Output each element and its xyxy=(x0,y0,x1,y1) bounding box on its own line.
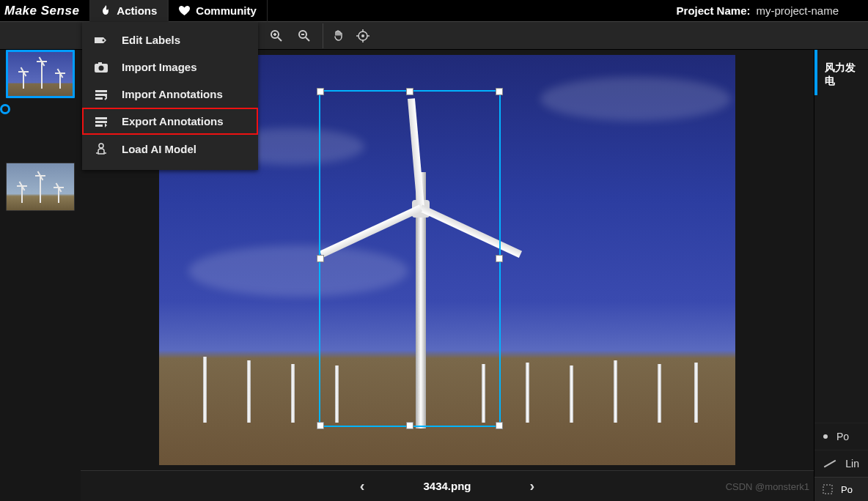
app-brand: Make Sense xyxy=(0,4,89,18)
tool-polygon-label: Po xyxy=(841,484,853,495)
top-bar: Make Sense Actions Community Project Nam… xyxy=(0,0,868,22)
label-item-text: 风力发电 xyxy=(825,62,861,88)
svg-rect-20 xyxy=(95,117,107,119)
camera-icon xyxy=(94,62,108,73)
project-name-value: my-project-name xyxy=(756,4,868,17)
menu-actions[interactable]: Actions xyxy=(89,0,168,22)
svg-rect-26 xyxy=(823,485,832,494)
thumbnail-column xyxy=(0,50,81,470)
point-icon xyxy=(823,434,828,439)
tool-line-label: Lin xyxy=(845,458,859,470)
current-filename: 3434.png xyxy=(423,480,471,492)
project-name-label: Project Name: xyxy=(677,4,757,17)
svg-rect-17 xyxy=(95,90,107,92)
tag-icon xyxy=(94,35,108,45)
tool-point-label: Po xyxy=(836,431,849,442)
menu-edit-labels[interactable]: Edit Labels xyxy=(82,26,258,53)
bbox-handle-mr[interactable] xyxy=(496,255,503,262)
zoom-out-icon[interactable] xyxy=(292,23,317,48)
scroll-indicator xyxy=(0,104,10,114)
import-icon xyxy=(94,89,108,100)
svg-rect-22 xyxy=(95,125,103,127)
bottom-bar: ‹ 3434.png › xyxy=(81,470,814,501)
svg-rect-16 xyxy=(98,62,102,64)
bbox-handle-bm[interactable] xyxy=(406,422,413,429)
menu-export-annotations-label: Export Annotations xyxy=(122,115,224,127)
fire-icon xyxy=(100,5,111,17)
svg-line-5 xyxy=(306,37,309,41)
tool-point[interactable]: Po xyxy=(814,423,868,450)
bbox-handle-br[interactable] xyxy=(496,422,503,429)
hand-icon[interactable] xyxy=(323,23,347,48)
bbox-handle-tl[interactable] xyxy=(317,88,324,95)
menu-edit-labels-label: Edit Labels xyxy=(122,34,180,46)
watermark: CSDN @monsterk1 xyxy=(726,481,809,492)
bbox-handle-tr[interactable] xyxy=(496,88,503,95)
bounding-box[interactable] xyxy=(319,90,501,427)
export-icon xyxy=(94,116,108,127)
svg-rect-19 xyxy=(95,97,103,100)
menu-load-ai-model[interactable]: Load AI Model xyxy=(82,135,258,163)
menu-import-images-label: Import Images xyxy=(122,61,197,73)
menu-export-annotations[interactable]: Export Annotations xyxy=(82,108,258,135)
menu-actions-label: Actions xyxy=(117,4,157,17)
menu-import-images[interactable]: Import Images xyxy=(82,53,258,81)
bbox-handle-bl[interactable] xyxy=(317,422,324,429)
prev-image-button[interactable]: ‹ xyxy=(360,478,365,494)
svg-point-15 xyxy=(99,65,104,70)
bbox-handle-ml[interactable] xyxy=(317,255,324,262)
heart-icon xyxy=(179,6,190,16)
right-sidebar: Re 风力发电 Po Lin Po xyxy=(814,22,868,501)
line-icon xyxy=(824,460,836,468)
thumbnail-1[interactable] xyxy=(6,50,75,98)
menu-community-label: Community xyxy=(196,4,257,17)
svg-point-13 xyxy=(103,39,105,41)
svg-rect-21 xyxy=(95,121,107,123)
tool-line[interactable]: Lin xyxy=(814,450,868,477)
thumbnail-2[interactable] xyxy=(6,163,75,211)
menu-community[interactable]: Community xyxy=(168,0,268,22)
svg-line-1 xyxy=(278,37,282,41)
bbox-handle-tm[interactable] xyxy=(406,88,413,95)
ai-icon xyxy=(94,142,108,155)
next-image-button[interactable]: › xyxy=(530,478,535,494)
svg-point-23 xyxy=(99,144,103,148)
zoom-in-icon[interactable] xyxy=(264,23,289,48)
label-item[interactable]: 风力发电 xyxy=(814,54,868,95)
polygon-icon xyxy=(822,483,834,495)
menu-import-annotations[interactable]: Import Annotations xyxy=(82,81,258,108)
actions-dropdown: Edit Labels Import Images Import Annotat… xyxy=(82,22,258,170)
svg-point-8 xyxy=(361,34,364,37)
tool-polygon[interactable]: Po xyxy=(814,477,868,501)
menu-load-ai-model-label: Load AI Model xyxy=(122,143,196,155)
menu-import-annotations-label: Import Annotations xyxy=(122,88,223,100)
crosshair-icon[interactable] xyxy=(350,23,375,48)
right-tools: Po Lin Po xyxy=(814,423,868,501)
